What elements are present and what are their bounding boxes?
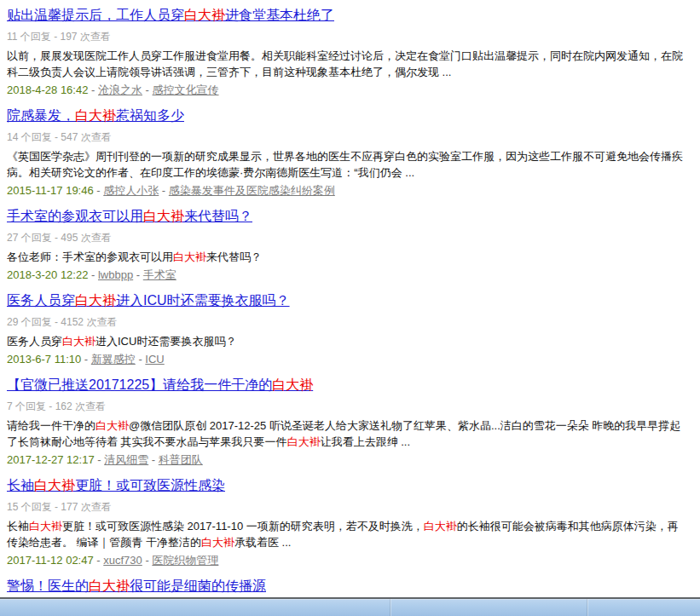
- search-result-item: 【官微已推送20171225】请给我一件干净的白大褂 7 个回复 - 162 次…: [7, 377, 688, 467]
- text-segment: 医务人员穿: [7, 335, 62, 348]
- search-result-item: 警惕！医生的白大褂很可能是细菌的传播源: [7, 578, 688, 595]
- text-segment: 请给我一件干净的: [7, 419, 95, 432]
- meta-separator: -: [95, 453, 105, 466]
- result-forum-link[interactable]: 感控文化宣传: [153, 83, 219, 96]
- result-date: 2018-4-28 16:42: [7, 83, 88, 96]
- keyword-highlight: 白大褂: [143, 209, 184, 223]
- status-bar-divider: [390, 599, 390, 616]
- meta-separator: -: [94, 184, 104, 197]
- text-segment: 手术室的参观衣可以用: [7, 209, 143, 223]
- text-segment: 来代替吗？: [206, 250, 262, 263]
- text-segment: 各位老师：手术室的参观衣可以用: [7, 250, 173, 263]
- meta-separator: -: [142, 83, 153, 96]
- text-segment: 院感暴发，: [7, 108, 75, 123]
- text-segment: 很可能是细菌的传播源: [130, 579, 266, 593]
- result-title: 院感暴发，白大褂惹祸知多少: [7, 107, 688, 124]
- result-author-link[interactable]: 新翼感控: [91, 353, 136, 366]
- result-date: 2017-12-27 12:17: [7, 453, 95, 466]
- result-title-link[interactable]: 长袖白大褂更脏！或可致医源性感染: [7, 478, 225, 492]
- keyword-highlight: 白大褂: [62, 335, 95, 348]
- result-forum-link[interactable]: 科普团队: [159, 453, 203, 466]
- meta-separator: -: [88, 83, 98, 96]
- search-result-item: 长袖白大褂更脏！或可致医源性感染 15 个回复 - 177 次查看 长袖白大褂更…: [7, 477, 688, 567]
- text-segment: 让我看上去跟绅 ...: [321, 435, 410, 448]
- text-segment: 警惕！医生的: [7, 579, 89, 593]
- result-author-link[interactable]: 感控人小张: [103, 184, 159, 197]
- result-stats: 27 个回复 - 495 次查看: [7, 232, 688, 245]
- result-title-link[interactable]: 医务人员穿白大褂进入ICU时还需要换衣服吗？: [7, 293, 290, 308]
- meta-separator: -: [136, 353, 146, 366]
- result-author-link[interactable]: 沧浪之水: [98, 83, 142, 96]
- search-result-item: 医务人员穿白大褂进入ICU时还需要换衣服吗？ 29 个回复 - 4152 次查看…: [7, 292, 688, 366]
- result-title: 医务人员穿白大褂进入ICU时还需要换衣服吗？: [7, 292, 688, 309]
- result-snippet: 《英国医学杂志》周刊刊登的一项新的研究成果显示，世界各地的医生不应再穿白色的实验…: [7, 148, 688, 181]
- meta-separator: -: [81, 353, 91, 366]
- result-snippet: 医务人员穿白大褂进入ICU时还需要换衣服吗？: [7, 333, 688, 349]
- text-segment: 承载着医 ...: [234, 536, 291, 549]
- keyword-highlight: 白大褂: [34, 478, 75, 492]
- result-title-link[interactable]: 【官微已推送20171225】请给我一件干净的白大褂: [7, 377, 313, 392]
- keyword-highlight: 白大褂: [75, 293, 116, 308]
- result-meta: 2018-4-28 16:42 - 沧浪之水 - 感控文化宣传: [7, 83, 688, 97]
- result-stats: 15 个回复 - 177 次查看: [7, 501, 688, 514]
- keyword-highlight: 白大褂: [201, 536, 234, 549]
- search-result-item: 手术室的参观衣可以用白大褂来代替吗？ 27 个回复 - 495 次查看 各位老师…: [7, 208, 688, 282]
- keyword-highlight: 白大褂: [75, 108, 116, 123]
- result-date: 2018-3-20 12:22: [7, 268, 88, 281]
- result-title: 警惕！医生的白大褂很可能是细菌的传播源: [7, 578, 688, 595]
- result-title-link[interactable]: 手术室的参观衣可以用白大褂来代替吗？: [7, 209, 252, 223]
- text-segment: 进入ICU时还需要换衣服吗？: [95, 335, 236, 348]
- result-title: 手术室的参观衣可以用白大褂来代替吗？: [7, 208, 688, 225]
- text-segment: 惹祸知多少: [116, 108, 184, 123]
- result-title-link[interactable]: 院感暴发，白大褂惹祸知多少: [7, 108, 184, 123]
- result-date: 2015-11-17 19:46: [7, 184, 94, 197]
- result-title: 【官微已推送20171225】请给我一件干净的白大褂: [7, 377, 688, 394]
- result-forum-link[interactable]: ICU: [145, 353, 164, 366]
- result-author-link[interactable]: lwbbpp: [98, 268, 133, 281]
- result-meta: 2017-11-12 02:47 - xucf730 - 医院织物管理: [7, 553, 688, 567]
- search-result-item: 院感暴发，白大褂惹祸知多少 14 个回复 - 547 次查看 《英国医学杂志》周…: [7, 107, 688, 198]
- keyword-highlight: 白大褂: [95, 419, 129, 432]
- text-segment: 进食堂基本杜绝了: [225, 8, 334, 22]
- search-results-list: 贴出温馨提示后，工作人员穿白大褂进食堂基本杜绝了 11 个回复 - 197 次查…: [0, 0, 700, 597]
- meta-separator: -: [88, 268, 98, 281]
- search-result-item: 贴出温馨提示后，工作人员穿白大褂进食堂基本杜绝了 11 个回复 - 197 次查…: [7, 7, 688, 97]
- text-segment: 更脏！或可致医源性感染 2017-11-10 一项新的研究表明，若不及时换洗，: [62, 520, 424, 533]
- keyword-highlight: 白大褂: [184, 8, 225, 22]
- text-segment: 【官微已推送20171225】请给我一件干净的: [7, 377, 272, 392]
- result-snippet: 请给我一件干净的白大褂@微信团队原创 2017-12-25 听说圣诞老人给大家送…: [7, 417, 688, 450]
- forum-search-page: 贴出温馨提示后，工作人员穿白大褂进食堂基本杜绝了 11 个回复 - 197 次查…: [0, 0, 700, 616]
- text-segment: 以前，展展发现医院工作人员穿工作服进食堂用餐。相关职能科室经过讨论后，决定在食堂…: [7, 49, 683, 78]
- result-title-link[interactable]: 警惕！医生的白大褂很可能是细菌的传播源: [7, 579, 266, 593]
- text-segment: 长袖: [7, 478, 34, 492]
- text-segment: 《英国医学杂志》周刊刊登的一项新的研究成果显示，世界各地的医生不应再穿白色的实验…: [7, 150, 683, 179]
- result-meta: 2018-3-20 12:22 - lwbbpp - 手术室: [7, 268, 688, 282]
- text-segment: 医务人员穿: [7, 293, 75, 308]
- meta-separator: -: [148, 453, 159, 466]
- text-segment: 更脏！或可致医源性感染: [75, 478, 225, 492]
- meta-separator: -: [159, 184, 169, 197]
- result-meta: 2017-12-27 12:17 - 清风细雪 - 科普团队: [7, 452, 688, 467]
- window-status-bar: [0, 597, 700, 616]
- keyword-highlight: 白大褂: [29, 520, 62, 533]
- text-segment: 来代替吗？: [184, 209, 252, 223]
- result-stats: 7 个回复 - 162 次查看: [7, 400, 688, 413]
- result-author-link[interactable]: 清风细雪: [104, 453, 148, 466]
- meta-separator: -: [94, 554, 104, 567]
- result-title-link[interactable]: 贴出温馨提示后，工作人员穿白大褂进食堂基本杜绝了: [7, 8, 334, 22]
- result-forum-link[interactable]: 手术室: [143, 268, 176, 281]
- result-snippet: 以前，展展发现医院工作人员穿工作服进食堂用餐。相关职能科室经过讨论后，决定在食堂…: [7, 48, 688, 80]
- result-author-link[interactable]: xucf730: [103, 554, 142, 567]
- keyword-highlight: 白大褂: [424, 520, 457, 533]
- keyword-highlight: 白大褂: [173, 250, 206, 263]
- result-meta: 2013-6-7 11:10 - 新翼感控 - ICU: [7, 352, 688, 366]
- result-snippet: 各位老师：手术室的参观衣可以用白大褂来代替吗？: [7, 249, 688, 265]
- keyword-highlight: 白大褂: [272, 377, 313, 392]
- result-date: 2013-6-7 11:10: [7, 353, 81, 366]
- keyword-highlight: 白大褂: [287, 435, 321, 448]
- result-meta: 2015-11-17 19:46 - 感控人小张 - 感染暴发事件及医院感染纠纷…: [7, 183, 688, 198]
- result-forum-link[interactable]: 感染暴发事件及医院感染纠纷案例: [169, 184, 335, 197]
- status-bar-divider: [587, 599, 587, 616]
- result-forum-link[interactable]: 医院织物管理: [152, 554, 218, 567]
- text-segment: 贴出温馨提示后，工作人员穿: [7, 8, 184, 22]
